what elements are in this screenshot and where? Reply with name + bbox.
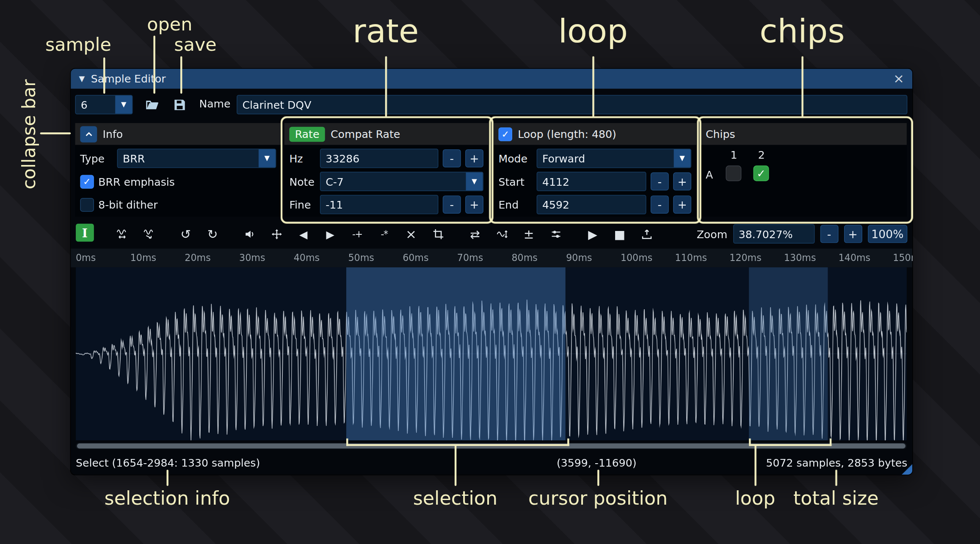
mode-value: Forward bbox=[537, 149, 674, 168]
zoom-out-button[interactable]: - bbox=[820, 225, 838, 243]
save-button[interactable] bbox=[170, 95, 190, 115]
loop-panel-body: Mode Forward ▼ Start - + End - + bbox=[494, 145, 696, 214]
crop-icon bbox=[432, 228, 444, 240]
apply-silence-button[interactable]: -* bbox=[375, 225, 393, 243]
waveform-view[interactable] bbox=[76, 267, 907, 440]
fade-out-button[interactable]: ▶ bbox=[321, 225, 340, 243]
start-increment-button[interactable]: + bbox=[673, 173, 691, 191]
chip-1-checkbox[interactable] bbox=[726, 165, 741, 181]
info-panel-header: Info bbox=[75, 123, 282, 145]
fine-input[interactable] bbox=[320, 195, 439, 214]
hz-decrement-button[interactable]: - bbox=[443, 149, 461, 168]
zoom-value[interactable]: 38.7027% bbox=[733, 224, 814, 244]
note-select[interactable]: C-7 ▼ bbox=[320, 172, 483, 191]
annotation-selection-info-line bbox=[166, 470, 168, 486]
undo-button[interactable]: ↺ bbox=[177, 225, 195, 243]
hz-increment-button[interactable]: + bbox=[465, 149, 483, 168]
fade-in-button[interactable]: ◀ bbox=[294, 225, 312, 243]
mode-select[interactable]: Forward ▼ bbox=[537, 148, 691, 168]
window-collapse-icon[interactable]: ▼ bbox=[79, 74, 85, 83]
rate-panel-header: Rate Compat Rate bbox=[284, 123, 489, 145]
upload-icon bbox=[641, 228, 652, 240]
ruler-tick: 10ms bbox=[130, 253, 156, 264]
signed-unsigned-button[interactable]: ± bbox=[520, 225, 538, 243]
delete-button[interactable]: × bbox=[402, 225, 420, 243]
annotation-rate-label: rate bbox=[353, 13, 419, 50]
status-size: 5072 samples, 2853 bytes bbox=[766, 456, 908, 469]
redo-button[interactable]: ↻ bbox=[204, 225, 222, 243]
dither-checkbox[interactable] bbox=[80, 198, 94, 211]
resize-button[interactable] bbox=[113, 225, 131, 243]
stop-icon: ■ bbox=[614, 227, 625, 241]
dropdown-arrow-icon[interactable]: ▼ bbox=[674, 149, 691, 168]
name-input[interactable] bbox=[237, 95, 907, 114]
loop-region-overlay bbox=[749, 267, 828, 440]
brr-emphasis-checkbox[interactable]: ✓ bbox=[80, 175, 94, 188]
normalize-button[interactable] bbox=[268, 225, 286, 243]
chips-panel: Chips 1 2 A ✓ bbox=[701, 123, 907, 217]
select-tool-button[interactable]: I bbox=[76, 224, 94, 242]
rate-badge: Rate bbox=[289, 126, 325, 141]
end-increment-button[interactable]: + bbox=[673, 195, 691, 214]
end-decrement-button[interactable]: - bbox=[651, 195, 669, 214]
sample-number-value: 6 bbox=[76, 96, 115, 114]
amplify-button[interactable] bbox=[240, 225, 259, 243]
rate-panel-body: Hz - + Note C-7 ▼ Fine - + bbox=[284, 145, 489, 214]
annotation-cursor-position-line bbox=[597, 470, 599, 486]
collapse-info-button[interactable] bbox=[80, 126, 97, 142]
dropdown-arrow-icon[interactable]: ▼ bbox=[259, 149, 276, 168]
plus-minus-icon: ± bbox=[524, 226, 534, 241]
fine-label: Fine bbox=[289, 198, 315, 211]
filter-button[interactable] bbox=[547, 225, 565, 243]
annotation-open-label: open bbox=[147, 14, 192, 35]
annotation-loop-label: loop bbox=[558, 13, 628, 50]
type-select[interactable]: BRR ▼ bbox=[117, 148, 276, 168]
annotation-loop-bottom-line bbox=[754, 445, 756, 486]
window-titlebar: ▼ Sample Editor × bbox=[71, 69, 912, 88]
status-cursor: (3599, -11690) bbox=[557, 456, 637, 469]
sample-number-select[interactable]: 6 ▼ bbox=[75, 95, 133, 114]
resize-grip[interactable] bbox=[902, 464, 912, 475]
ruler-tick: 50ms bbox=[348, 253, 374, 264]
insert-silence-button[interactable]: -+ bbox=[348, 225, 366, 243]
trim-button[interactable] bbox=[429, 225, 447, 243]
annotation-total-size-label: total size bbox=[793, 487, 879, 509]
annotation-chips-line bbox=[801, 56, 803, 117]
dropdown-arrow-icon[interactable]: ▼ bbox=[115, 96, 132, 114]
open-button[interactable] bbox=[142, 95, 162, 115]
hz-input[interactable] bbox=[320, 148, 439, 168]
chip-2-checkbox[interactable]: ✓ bbox=[753, 165, 769, 181]
chevron-up-icon bbox=[84, 129, 93, 138]
upload-button[interactable] bbox=[638, 225, 656, 243]
zoom-reset-button[interactable]: 100% bbox=[867, 225, 907, 243]
end-input[interactable] bbox=[537, 195, 646, 214]
fade-out-icon: ▶ bbox=[326, 228, 334, 240]
reverse-button[interactable]: ⇄ bbox=[466, 225, 484, 243]
status-selection: Select (1654-2984: 1330 samples) bbox=[76, 456, 260, 469]
fine-decrement-button[interactable]: - bbox=[443, 195, 461, 214]
chips-panel-header: Chips bbox=[701, 123, 907, 145]
ruler-tick: 150ms bbox=[893, 253, 912, 264]
rate-title: Compat Rate bbox=[331, 128, 400, 140]
annotation-cursor-position-label: cursor position bbox=[528, 487, 668, 509]
rate-panel: Rate Compat Rate Hz - + Note C-7 ▼ bbox=[284, 123, 489, 217]
resample-icon bbox=[143, 228, 155, 240]
brr-emphasis-label: BRR emphasis bbox=[98, 175, 175, 188]
preview-stop-button[interactable]: ■ bbox=[610, 225, 629, 243]
resample-button[interactable] bbox=[140, 225, 158, 243]
dropdown-arrow-icon[interactable]: ▼ bbox=[466, 173, 483, 191]
start-input[interactable] bbox=[537, 172, 646, 191]
fade-in-icon: ◀ bbox=[299, 228, 307, 240]
close-button[interactable]: × bbox=[893, 71, 904, 86]
note-label: Note bbox=[289, 175, 315, 188]
zoom-in-button[interactable]: + bbox=[844, 225, 862, 243]
ruler-tick: 120ms bbox=[729, 253, 762, 264]
end-label: End bbox=[498, 198, 532, 211]
invert-button[interactable] bbox=[493, 225, 511, 243]
annotation-open-line bbox=[153, 36, 155, 93]
loop-checkbox[interactable]: ✓ bbox=[498, 127, 512, 140]
preview-play-button[interactable]: ▶ bbox=[584, 225, 602, 243]
fine-increment-button[interactable]: + bbox=[465, 195, 483, 214]
annotation-collapse-bar-label: collapse bar bbox=[18, 75, 39, 194]
start-decrement-button[interactable]: - bbox=[651, 173, 669, 191]
